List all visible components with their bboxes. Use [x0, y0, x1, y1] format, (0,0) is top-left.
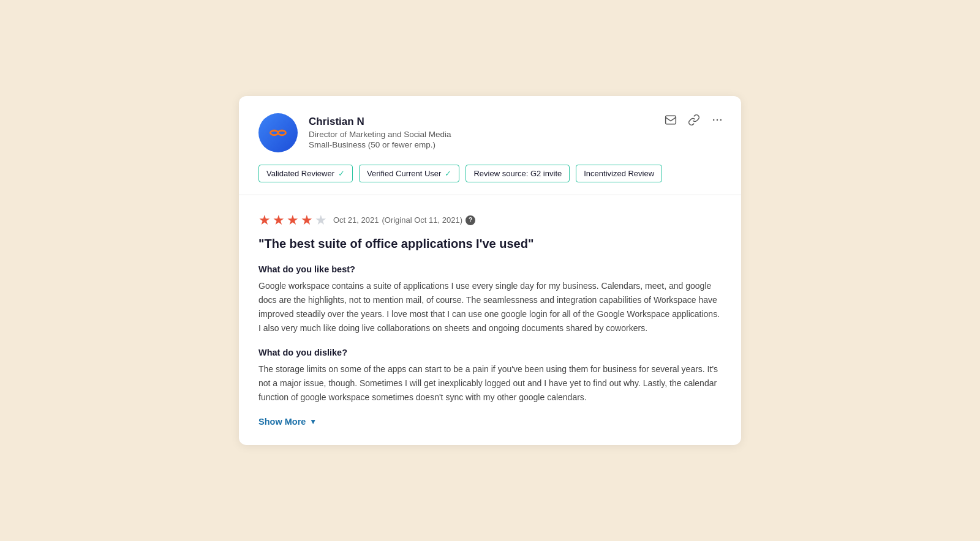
- more-options-icon[interactable]: [710, 113, 724, 127]
- review-date-text: Oct 21, 2021: [333, 215, 379, 225]
- chevron-down-icon: ▼: [309, 417, 317, 426]
- card-body: ★ ★ ★ ★ ★ Oct 21, 2021 (Original Oct 11,…: [239, 195, 741, 446]
- review-date: Oct 21, 2021 (Original Oct 11, 2021) ?: [333, 215, 475, 225]
- badge-label: Review source: G2 invite: [473, 169, 562, 178]
- review-like-section: What do you like best? Google workspace …: [258, 264, 722, 335]
- rating-row: ★ ★ ★ ★ ★ Oct 21, 2021 (Original Oct 11,…: [258, 212, 722, 228]
- card-header: Christian N Director of Marketing and So…: [239, 96, 741, 195]
- star-4: ★: [301, 212, 313, 228]
- show-more-button[interactable]: Show More ▼: [258, 417, 317, 427]
- svg-point-1: [278, 130, 286, 135]
- badge-incentivized: Incentivized Review: [576, 165, 662, 182]
- reviewer-title: Director of Marketing and Social Media: [309, 130, 722, 139]
- review-dislike-section: What do you dislike? The storage limits …: [258, 348, 722, 405]
- badges-container: Validated Reviewer ✓ Verified Current Us…: [258, 165, 722, 182]
- badge-validated-reviewer: Validated Reviewer ✓: [258, 165, 353, 182]
- check-icon: ✓: [338, 169, 345, 178]
- badge-label: Incentivized Review: [584, 169, 654, 178]
- reviewer-company: Small-Business (50 or fewer emp.): [309, 140, 722, 149]
- badge-label: Validated Reviewer: [266, 169, 334, 178]
- svg-point-0: [271, 130, 279, 135]
- check-icon: ✓: [445, 169, 451, 178]
- reviewer-text: Christian N Director of Marketing and So…: [309, 116, 722, 149]
- reviewer-name: Christian N: [309, 116, 722, 128]
- badge-label: Verified Current User: [367, 169, 441, 178]
- show-more-label: Show More: [258, 417, 306, 427]
- star-rating: ★ ★ ★ ★ ★: [258, 212, 327, 228]
- link-icon[interactable]: [687, 113, 701, 127]
- dislike-text: The storage limits on some of the apps c…: [258, 362, 722, 405]
- mail-icon[interactable]: [664, 113, 677, 127]
- badge-verified-user: Verified Current User ✓: [359, 165, 459, 182]
- header-actions: [664, 113, 724, 127]
- question-icon[interactable]: ?: [466, 215, 475, 225]
- star-5: ★: [315, 212, 327, 228]
- star-1: ★: [258, 212, 271, 228]
- review-card: Christian N Director of Marketing and So…: [239, 96, 741, 446]
- svg-point-3: [713, 119, 715, 121]
- badge-review-source: Review source: G2 invite: [466, 165, 570, 182]
- svg-point-4: [717, 119, 718, 121]
- reviewer-info: Christian N Director of Marketing and So…: [258, 113, 722, 152]
- like-heading: What do you like best?: [258, 264, 722, 274]
- like-text: Google workspace contains a suite of app…: [258, 279, 722, 335]
- svg-point-5: [720, 119, 722, 121]
- star-2: ★: [273, 212, 285, 228]
- star-3: ★: [287, 212, 299, 228]
- review-original-date: (Original Oct 11, 2021): [382, 215, 462, 225]
- review-title: "The best suite of office applications I…: [258, 237, 722, 251]
- dislike-heading: What do you dislike?: [258, 348, 722, 357]
- svg-rect-2: [666, 116, 676, 124]
- avatar: [258, 113, 298, 152]
